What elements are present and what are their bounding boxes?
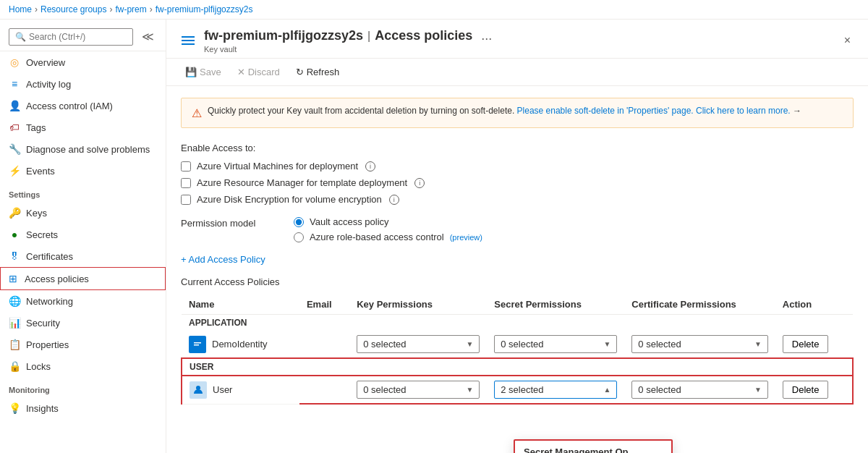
refresh-button[interactable]: ↻ Refresh xyxy=(289,63,347,81)
user-key-value: 0 selected xyxy=(363,384,406,395)
sidebar-item-security[interactable]: 📊 Security xyxy=(0,312,166,334)
enable-arm-label: Azure Resource Manager for template depl… xyxy=(197,177,407,188)
breadcrumb-home[interactable]: Home xyxy=(9,4,32,14)
sidebar-search[interactable]: 🔍 xyxy=(9,28,133,46)
cert-icon: 🎖 xyxy=(9,250,20,262)
user-secret-value: 2 selected xyxy=(501,384,543,395)
col-secret-perms: Secret Permissions xyxy=(487,295,624,315)
sidebar-label-locks: Locks xyxy=(26,361,51,372)
search-input[interactable] xyxy=(29,32,127,42)
page-title: fw-premium-plfijgozzsy2s xyxy=(204,28,363,43)
page-subtitle: Key vault xyxy=(204,45,496,54)
table-container: Name Email Key Permissions Secret Permis… xyxy=(181,295,854,405)
breadcrumb-vault[interactable]: fw-premium-plfijgozzsy2s xyxy=(156,4,253,14)
wrench-icon: 🔧 xyxy=(9,143,20,155)
sidebar-item-overview[interactable]: ◎ Overview xyxy=(0,51,166,73)
tag-icon: 🏷 xyxy=(9,122,20,133)
sidebar-item-tags[interactable]: 🏷 Tags xyxy=(0,117,166,138)
dropdown-arrow-icon-4: ▼ xyxy=(466,386,473,394)
radio-rbac: Azure role-based access control (preview… xyxy=(294,232,482,242)
circle-outline-icon: ◎ xyxy=(9,56,20,68)
close-button[interactable]: × xyxy=(838,31,856,50)
dropdown-arrow-icon-2: ▼ xyxy=(603,340,610,348)
sidebar-item-keys[interactable]: 🔑 Keys xyxy=(0,202,166,224)
refresh-icon: ↻ xyxy=(296,67,304,77)
dropdown-arrow-icon-5: ▲ xyxy=(603,386,610,394)
warning-arrow: → xyxy=(793,106,801,116)
refresh-label: Refresh xyxy=(307,67,340,77)
user-cert-dropdown[interactable]: 0 selected ▼ xyxy=(631,381,767,399)
svg-rect-2 xyxy=(194,344,199,346)
radio-rbac-input[interactable] xyxy=(294,232,304,242)
enable-disk-checkbox[interactable] xyxy=(181,195,191,205)
cell-demoidentity-action: Delete xyxy=(775,331,853,358)
sidebar-item-access-policies[interactable]: ⊞ Access policies xyxy=(0,267,166,290)
save-button[interactable]: 💾 Save xyxy=(178,63,229,81)
group-application: APPLICATION xyxy=(182,315,853,331)
radio-vault-policy-input[interactable] xyxy=(294,217,304,227)
col-key-perms: Key Permissions xyxy=(349,295,487,315)
warning-text: Quickly protect your Key vault from acci… xyxy=(208,106,801,116)
sidebar-item-access-control[interactable]: 👤 Access control (IAM) xyxy=(0,95,166,117)
warning-link[interactable]: Please enable soft-delete in 'Properties… xyxy=(517,106,791,116)
toolbar: 💾 Save ✕ Discard ↻ Refresh xyxy=(166,59,868,86)
sidebar-label-secrets: Secrets xyxy=(26,229,58,240)
enable-arm-checkbox[interactable] xyxy=(181,178,191,188)
key-icon: 🔑 xyxy=(9,207,20,219)
user-delete-button[interactable]: Delete xyxy=(783,381,829,399)
radio-options: Vault access policy Azure role-based acc… xyxy=(294,216,482,242)
sidebar-item-certificates[interactable]: 🎖 Certificates xyxy=(0,245,166,267)
dropdown-arrow-icon-6: ▼ xyxy=(754,386,762,394)
main-area: 🔍 ≪ ◎ Overview ≡ Activity log 👤 Access c… xyxy=(0,20,868,453)
user-icon xyxy=(190,381,207,399)
demoidentity-cert-dropdown[interactable]: 0 selected ▼ xyxy=(631,335,767,353)
current-policies-label: Current Access Policies xyxy=(181,276,854,287)
sidebar-item-secrets[interactable]: ● Secrets xyxy=(0,224,166,245)
sidebar-item-events[interactable]: ⚡ Events xyxy=(0,160,166,182)
sidebar-item-insights[interactable]: 💡 Insights xyxy=(0,397,166,419)
user-key-dropdown[interactable]: 0 selected ▼ xyxy=(357,381,480,399)
demoidentity-secret-dropdown[interactable]: 0 selected ▼ xyxy=(494,335,617,353)
cell-demoidentity-key: 0 selected ▼ xyxy=(349,331,487,358)
cell-user-name: User xyxy=(182,376,299,404)
sidebar-item-locks[interactable]: 🔒 Locks xyxy=(0,355,166,377)
app-icon xyxy=(189,336,206,353)
popup-section-1-header: Secret Management Op... xyxy=(515,441,671,453)
demoidentity-delete-button[interactable]: Delete xyxy=(783,335,829,353)
secret-icon: ● xyxy=(9,229,20,240)
sidebar-item-activity-log[interactable]: ≡ Activity log xyxy=(0,73,166,95)
breadcrumb-sep-1: › xyxy=(35,4,38,14)
more-options-button[interactable]: ... xyxy=(477,27,496,45)
discard-button[interactable]: ✕ Discard xyxy=(230,63,287,81)
enable-vm-checkbox[interactable] xyxy=(181,161,191,172)
page-header: fw-premium-plfijgozzsy2s | Access polici… xyxy=(166,20,868,59)
user-secret-dropdown[interactable]: 2 selected ▲ xyxy=(494,381,617,399)
content-body: ⚠ Quickly protect your Key vault from ac… xyxy=(166,86,868,453)
breadcrumb-resource-groups[interactable]: Resource groups xyxy=(41,4,106,14)
group-application-label: APPLICATION xyxy=(182,315,853,331)
demoidentity-cert-value: 0 selected xyxy=(638,339,681,350)
sidebar-item-diagnose[interactable]: 🔧 Diagnose and solve problems xyxy=(0,138,166,160)
group-user-label: USER xyxy=(182,358,853,376)
radio-vault-policy: Vault access policy xyxy=(294,216,482,227)
sidebar-header: 🔍 ≪ xyxy=(0,20,166,51)
props-icon: 📋 xyxy=(9,339,20,350)
collapse-button[interactable]: ≪ xyxy=(139,27,157,46)
sidebar-label-security: Security xyxy=(26,318,60,329)
sidebar-item-networking[interactable]: 🌐 Networking xyxy=(0,290,166,312)
settings-section-label: Settings xyxy=(0,182,166,202)
demoidentity-key-dropdown[interactable]: 0 selected ▼ xyxy=(357,335,480,353)
breadcrumb-fw-prem[interactable]: fw-prem xyxy=(115,4,146,14)
col-action: Action xyxy=(775,295,853,315)
vm-info-icon[interactable]: i xyxy=(365,161,375,172)
cell-user-cert: 0 selected ▼ xyxy=(624,376,775,404)
table-row-demoidenty: DemoIdentity 0 selected ▼ xyxy=(182,331,853,358)
arm-info-icon[interactable]: i xyxy=(414,178,425,188)
hamburger-icon xyxy=(178,30,198,51)
disk-info-icon[interactable]: i xyxy=(389,195,399,205)
add-policy-link[interactable]: + Add Access Policy xyxy=(181,254,265,265)
sidebar-item-properties[interactable]: 📋 Properties xyxy=(0,334,166,355)
sidebar-label-certificates: Certificates xyxy=(26,251,73,262)
group-user: USER xyxy=(182,358,853,376)
sidebar-label-events: Events xyxy=(26,166,55,177)
